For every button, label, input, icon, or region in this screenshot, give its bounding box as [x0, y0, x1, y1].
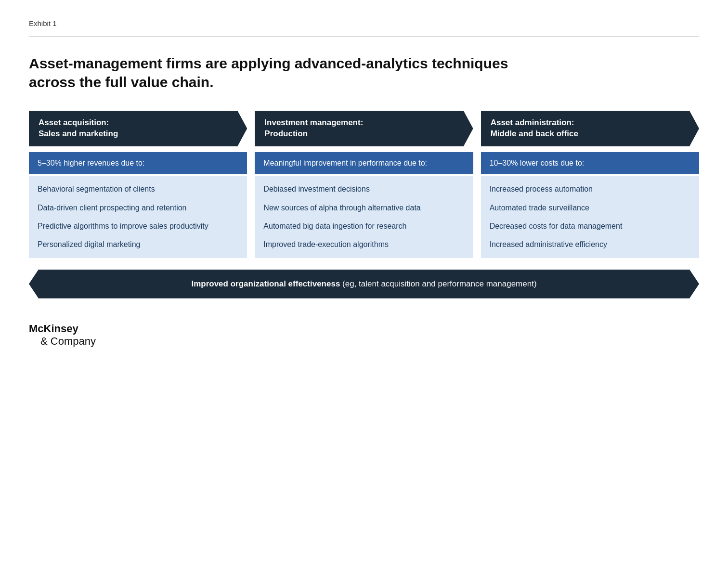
page-title: Asset-management firms are applying adva… [29, 54, 510, 91]
list-item: Improved trade-execution algorithms [263, 239, 464, 250]
list-item: Increased process automation [490, 184, 690, 194]
bottom-banner-normal: (eg, talent acquisition and performance … [340, 279, 536, 288]
list-item: Increased administrative efficiency [490, 239, 690, 250]
bottom-banner: Improved organizational effectiveness (e… [29, 270, 699, 298]
list-item: Automated big data ingestion for researc… [263, 221, 464, 232]
items-investment-management: Debiased investment decisions New source… [255, 176, 473, 258]
header-line1-asset-acquisition: Asset acquisition: [39, 118, 109, 127]
list-item: Predictive algorithms to improve sales p… [38, 221, 238, 232]
header-box-asset-acquisition: Asset acquisition: Sales and marketing [29, 111, 247, 146]
header-box-asset-administration: Asset administration: Middle and back of… [481, 111, 699, 146]
items-asset-acquisition: Behavioral segmentation of clients Data-… [29, 176, 247, 258]
list-item: Behavioral segmentation of clients [38, 184, 238, 194]
logo-line1: McKinsey [29, 323, 699, 335]
column-asset-administration: Asset administration: Middle and back of… [481, 111, 699, 258]
column-header-investment-management: Investment management: Production [255, 111, 473, 146]
header-line2-asset-administration: Middle and back office [491, 129, 578, 138]
column-header-asset-acquisition: Asset acquisition: Sales and marketing [29, 111, 247, 146]
list-item: Automated trade surveillance [490, 203, 690, 213]
items-asset-administration: Increased process automation Automated t… [481, 176, 699, 258]
column-asset-acquisition: Asset acquisition: Sales and marketing 5… [29, 111, 247, 258]
metric-investment-management: Meaningful improvement in performance du… [255, 152, 473, 174]
columns-wrapper: Asset acquisition: Sales and marketing 5… [29, 111, 699, 258]
metric-asset-acquisition: 5–30% higher revenues due to: [29, 152, 247, 174]
exhibit-label: Exhibit 1 [29, 19, 699, 27]
header-line2-asset-acquisition: Sales and marketing [39, 129, 118, 138]
header-box-investment-management: Investment management: Production [255, 111, 473, 146]
divider [29, 36, 699, 37]
header-line1-investment-management: Investment management: [264, 118, 363, 127]
list-item: Data-driven client prospecting and reten… [38, 203, 238, 213]
list-item: Debiased investment decisions [263, 184, 464, 194]
logo-line2: & Company [29, 335, 699, 348]
header-line2-investment-management: Production [264, 129, 308, 138]
list-item: New sources of alpha through alternative… [263, 203, 464, 213]
mckinsey-logo: McKinsey & Company [29, 323, 699, 348]
header-line1-asset-administration: Asset administration: [491, 118, 574, 127]
list-item: Decreased costs for data management [490, 221, 690, 232]
metric-asset-administration: 10–30% lower costs due to: [481, 152, 699, 174]
bottom-banner-bold: Improved organizational effectiveness [191, 279, 340, 288]
column-investment-management: Investment management: Production Meanin… [255, 111, 473, 258]
list-item: Personalized digital marketing [38, 239, 238, 250]
column-header-asset-administration: Asset administration: Middle and back of… [481, 111, 699, 146]
